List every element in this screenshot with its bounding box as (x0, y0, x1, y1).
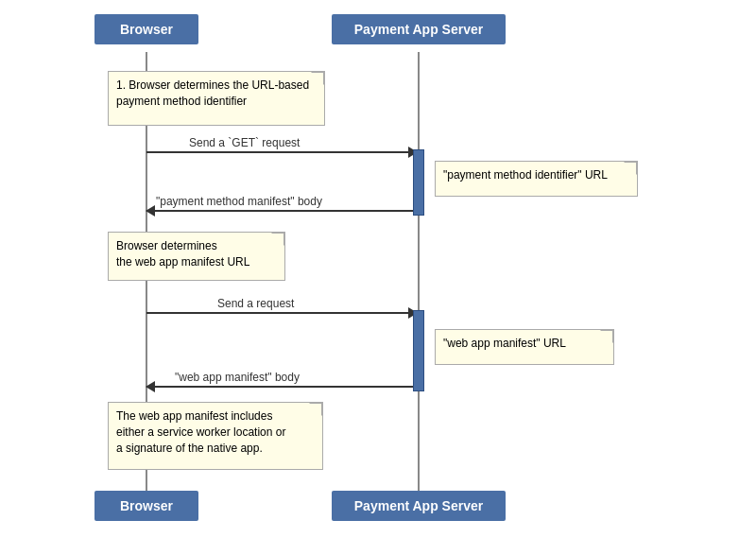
browser-top-box: Browser (94, 14, 198, 44)
arrow-send-request-label: Send a request (217, 297, 294, 310)
note-web-app-manifest-url-box: "web app manifest" URL (435, 329, 614, 365)
arrow-send-request (146, 312, 417, 314)
server-activation-bar-2 (413, 310, 424, 391)
arrow-web-app-manifest-body (146, 386, 413, 388)
browser-bottom-box: Browser (94, 491, 198, 521)
arrow-payment-manifest-label: "payment method manifest" body (156, 195, 322, 208)
arrow-get-request (146, 151, 417, 153)
server-bottom-box: Payment App Server (332, 491, 506, 521)
server-activation-bar-1 (413, 149, 424, 216)
server-top-box: Payment App Server (332, 14, 506, 44)
note-web-app-manifest-desc: The web app manifest includes either a s… (108, 402, 323, 470)
server-lifeline (418, 52, 420, 491)
arrow-payment-manifest-body (146, 210, 413, 212)
note-payment-id-url: "payment method identifier" URL (435, 161, 638, 197)
note-web-app-manifest-url: Browser determines the web app manifest … (108, 232, 285, 281)
sequence-diagram: Browser Payment App Server Browser Payme… (0, 0, 756, 555)
note-step1: 1. Browser determines the URL-based paym… (108, 71, 325, 126)
arrow-web-app-manifest-body-label: "web app manifest" body (175, 371, 300, 384)
arrow-get-request-label: Send a `GET` request (189, 136, 300, 149)
